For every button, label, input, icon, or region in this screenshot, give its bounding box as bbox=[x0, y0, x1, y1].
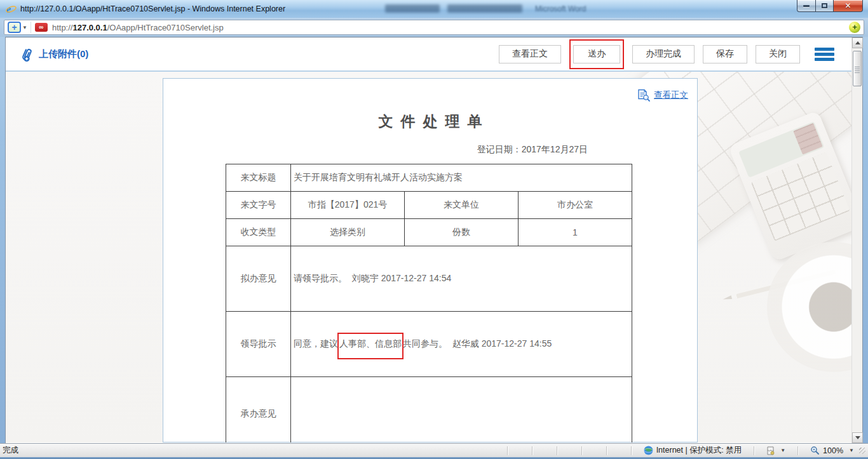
annotation-box-highlight: 人事部、信息部 bbox=[337, 333, 403, 359]
page-title: 文件处理单 bbox=[163, 112, 697, 131]
zoom-level: 100% bbox=[823, 446, 843, 455]
site-favicon: ∞ bbox=[35, 23, 48, 32]
address-field[interactable]: + ▼ ∞ http://127.0.0.1/OAapp/HtTrace0710… bbox=[4, 20, 864, 35]
window-titlebar: e http://127.0.0.1/OAapp/HtTrace0710Serv… bbox=[0, 0, 868, 18]
row-label: 收文类型 bbox=[226, 219, 291, 246]
toolbar-buttons: 查看正文 送办 办理完成 保存 关闭 bbox=[499, 39, 853, 69]
menu-icon[interactable] bbox=[815, 48, 834, 61]
copies-cell: 1 bbox=[519, 219, 632, 246]
paperclip-icon bbox=[20, 46, 35, 62]
leader-instruction-cell: 同意，建议人事部、信息部共同参与。 赵华威 2017-12-27 14:55 bbox=[291, 312, 632, 377]
doc-number-cell: 市指【2017】021号 bbox=[291, 192, 405, 219]
zoom-control[interactable]: 100% ▼ bbox=[810, 446, 854, 455]
row-label: 来文标题 bbox=[226, 164, 291, 192]
arrow-up-icon bbox=[855, 39, 860, 44]
doc-type-cell: 选择类别 bbox=[291, 219, 405, 246]
status-text: 完成 bbox=[3, 445, 18, 456]
minimize-icon bbox=[803, 5, 810, 7]
row-label: 份数 bbox=[405, 219, 519, 246]
registration-date: 登记日期：2017年12月27日 bbox=[163, 144, 588, 156]
status-bar: 完成 Internet | 保护模式: 禁用 ▼ 100% ▼ bbox=[0, 443, 868, 457]
document-search-icon bbox=[637, 89, 651, 102]
source-unit-cell: 市办公室 bbox=[519, 192, 632, 219]
table-row: 承办意见 bbox=[226, 377, 632, 443]
window-controls: ✕ bbox=[797, 0, 863, 12]
table-row: 拟办意见 请领导批示。 刘晓宇 2017-12-27 14:54 bbox=[226, 246, 632, 312]
arrow-down-icon bbox=[855, 436, 860, 442]
zoom-magnifier-icon bbox=[810, 446, 820, 455]
table-row: 领导批示 同意，建议人事部、信息部共同参与。 赵华威 2017-12-27 14… bbox=[226, 312, 632, 377]
background-window-ghost-text: Microsoft Word bbox=[535, 4, 586, 13]
close-button[interactable]: ✕ bbox=[834, 0, 863, 12]
internet-explorer-icon: e bbox=[6, 4, 17, 15]
background-window-ghost bbox=[385, 4, 440, 13]
upload-attachment-link[interactable]: 上传附件(0) bbox=[20, 46, 88, 62]
divider bbox=[31, 22, 31, 33]
upload-attachment-label: 上传附件(0) bbox=[39, 48, 88, 60]
view-body-button[interactable]: 查看正文 bbox=[499, 45, 561, 63]
complete-button[interactable]: 办理完成 bbox=[632, 45, 695, 63]
vertical-scrollbar[interactable] bbox=[851, 37, 862, 443]
undertake-opinion-cell bbox=[291, 377, 632, 443]
chevron-down-icon: ▼ bbox=[780, 448, 785, 453]
scrollbar-thumb[interactable] bbox=[853, 51, 862, 86]
row-label: 承办意见 bbox=[226, 377, 291, 443]
row-label: 来文单位 bbox=[405, 192, 519, 219]
row-label: 领导批示 bbox=[226, 312, 291, 377]
proposed-opinion-cell: 请领导批示。 刘晓宇 2017-12-27 14:54 bbox=[291, 246, 632, 312]
table-row: 收文类型 选择类别 份数 1 bbox=[226, 219, 632, 246]
view-body-link-label: 查看正文 bbox=[654, 90, 688, 101]
close-page-button[interactable]: 关闭 bbox=[756, 45, 800, 63]
save-button[interactable]: 保存 bbox=[703, 45, 747, 63]
chevron-down-icon: ▼ bbox=[849, 448, 854, 453]
compatibility-page-icon bbox=[766, 446, 775, 455]
compatibility-view-control[interactable]: ▼ bbox=[766, 446, 785, 455]
page-toolbar: 上传附件(0) 查看正文 送办 办理完成 保存 关闭 bbox=[6, 37, 862, 72]
view-body-link[interactable]: 查看正文 bbox=[637, 89, 688, 102]
url-text[interactable]: http://127.0.0.1/OAapp/HtTrace0710Servle… bbox=[52, 23, 224, 32]
security-zone: Internet | 保护模式: 禁用 bbox=[644, 445, 742, 456]
incoming-title-cell: 关于开展培育文明有礼城开人活动实施方案 bbox=[291, 164, 632, 192]
row-label: 拟办意见 bbox=[226, 246, 291, 312]
annotation-box-songban: 送办 bbox=[569, 39, 624, 69]
document-sheet: 查看正文 文件处理单 登记日期：2017年12月27日 来文标题 关于开展培育文… bbox=[163, 78, 698, 442]
zone-text: Internet | 保护模式: 禁用 bbox=[656, 445, 742, 456]
background-window-ghost bbox=[447, 4, 522, 13]
table-row: 来文标题 关于开展培育文明有礼城开人活动实施方案 bbox=[226, 164, 632, 192]
address-bar: + ▼ ∞ http://127.0.0.1/OAapp/HtTrace0710… bbox=[0, 18, 868, 37]
scroll-down-button[interactable] bbox=[852, 432, 863, 443]
background-cup-image bbox=[767, 242, 862, 372]
chevron-down-icon[interactable]: ▼ bbox=[22, 25, 27, 30]
go-button[interactable]: + bbox=[849, 22, 860, 33]
table-row: 来文字号 市指【2017】021号 来文单位 市办公室 bbox=[226, 192, 632, 219]
window-title: http://127.0.0.1/OAapp/HtTrace0710Servle… bbox=[20, 4, 285, 13]
maximize-icon bbox=[822, 3, 827, 8]
scroll-up-button[interactable] bbox=[852, 37, 863, 48]
minimize-button[interactable] bbox=[797, 0, 815, 12]
page-content: 查看正文 文件处理单 登记日期：2017年12月27日 来文标题 关于开展培育文… bbox=[6, 72, 862, 442]
globe-icon bbox=[644, 446, 653, 455]
send-process-button[interactable]: 送办 bbox=[573, 45, 620, 63]
row-label: 来文字号 bbox=[226, 192, 291, 219]
new-tab-button[interactable]: + bbox=[8, 22, 21, 33]
resize-grip[interactable] bbox=[859, 448, 865, 454]
document-table: 来文标题 关于开展培育文明有礼城开人活动实施方案 来文字号 市指【2017】02… bbox=[226, 164, 632, 442]
maximize-button[interactable] bbox=[815, 0, 834, 12]
scrollbar-grip bbox=[855, 67, 860, 73]
browser-viewport: 上传附件(0) 查看正文 送办 办理完成 保存 关闭 bbox=[5, 37, 863, 443]
